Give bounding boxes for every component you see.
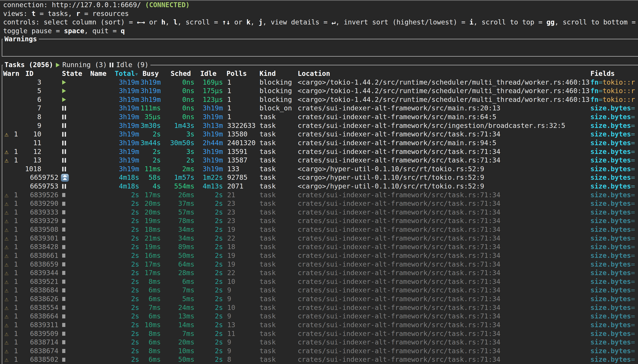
cell-location: crates/sui-indexer-alt-framework/src/tas… <box>298 338 500 347</box>
field-equals: = <box>631 174 635 181</box>
cell-busy-duration: 19ms <box>139 216 161 225</box>
task-row[interactable]: ⚠168393012s21ms34ms2s22taskcrates/sui-in… <box>0 234 638 243</box>
cell-busy-duration: 6ms <box>139 286 161 295</box>
column-header-location[interactable]: Location <box>298 69 330 78</box>
field-key: size.bytes <box>590 174 631 181</box>
task-row[interactable]: 33h19m3h19m0ns169µs1blocking<cargo>/toki… <box>0 78 638 87</box>
task-row[interactable]: ⚠168385542s7ms24ms2s10taskcrates/sui-ind… <box>0 304 638 312</box>
text-segment: connection: http://127.0.0.1:6669/ <box>3 1 145 9</box>
column-header-warn[interactable]: Warn <box>3 69 19 78</box>
column-header-state[interactable]: State <box>62 69 82 78</box>
task-row[interactable]: ⚠168386642s6ms13ms2s9taskcrates/sui-inde… <box>0 312 638 321</box>
task-row[interactable]: ⚠1123h19m2s3s3h19m13591taskcrates/sui-in… <box>0 148 638 156</box>
cell-busy-duration: 3h19m <box>139 78 161 87</box>
task-row[interactable]: 83h19m35µs0ns3h19m1taskcrates/sui-indexe… <box>0 113 638 122</box>
task-row[interactable]: 73h19m111ms0ns3h19m1block_oncrates/sui-i… <box>0 104 638 113</box>
task-row[interactable]: ⚠168395212s8ms6ms2s10taskcrates/sui-inde… <box>0 278 638 286</box>
cell-polls: 19 <box>227 260 235 269</box>
task-id: 6838661 <box>0 251 58 260</box>
task-row[interactable]: 113h19m3m44s30m50s2h44m2401320taskcrates… <box>0 139 638 148</box>
field-key: size.bytes <box>590 104 631 112</box>
cell-idle-duration: 2s <box>195 251 223 260</box>
warnings-title-label: Warnings <box>4 35 37 44</box>
task-id: 6839301 <box>0 234 58 243</box>
cell-kind: blocking <box>260 86 292 96</box>
text-segment: , quit = <box>84 27 121 35</box>
text-segment: gg <box>546 18 554 26</box>
cell-fields: size.bytes= <box>590 260 635 269</box>
field-equals: = <box>631 234 635 242</box>
completed-state-icon <box>62 193 65 197</box>
column-header-id[interactable]: ID <box>25 69 34 78</box>
task-row[interactable]: ⚠168386842s6ms7ms2s9taskcrates/sui-index… <box>0 286 638 295</box>
task-row[interactable]: ⚠168386612s16ms50ms2s19taskcrates/sui-in… <box>0 251 638 260</box>
task-row[interactable]: ⚠168392902s20ms37ms2s23taskcrates/sui-in… <box>0 199 638 208</box>
column-header-idle[interactable]: Idle <box>200 69 216 78</box>
task-row[interactable]: ⚠168395082s18ms34ms2s19taskcrates/sui-in… <box>0 225 638 234</box>
task-row[interactable]: ⚠1103h19m2s3s3h19m13580taskcrates/sui-in… <box>0 130 638 139</box>
task-row[interactable]: 53h19m3h19m0ns175µs1blocking<cargo>/toki… <box>0 86 638 96</box>
task-row[interactable]: ⚠168384282s19ms89ms2s18taskcrates/sui-in… <box>0 242 638 251</box>
task-row[interactable]: 93h19m3m30s1m43s3h13m3322633taskcrates/s… <box>0 122 638 130</box>
cell-total-duration: 2s <box>99 330 139 338</box>
cell-total-duration: 2s <box>99 260 139 269</box>
completed-state-icon <box>62 321 65 330</box>
cell-sched-duration: 0ns <box>161 104 194 113</box>
cell-fields: size.bytes= <box>590 278 635 286</box>
tasks-panel-border-left <box>2 65 2 364</box>
cell-sched-duration: 89ms <box>161 242 194 251</box>
task-row[interactable]: ⚠168395092s8ms7ms2s11taskcrates/sui-inde… <box>0 330 638 338</box>
task-row[interactable]: 10183h19m11ms2ms3h19m133task<cargo>/hype… <box>0 165 638 174</box>
task-row[interactable]: 66597534m18s4s554ms4m13s2071task<cargo>/… <box>0 182 638 191</box>
text-segment: , scroll to bottom = <box>554 18 638 26</box>
task-row[interactable]: ⚠168385022s6ms50ms2s8taskcrates/sui-inde… <box>0 355 638 364</box>
idle-state-icon <box>62 158 66 163</box>
task-row[interactable]: ⚠168386262s6ms5ms2s9taskcrates/sui-index… <box>0 295 638 304</box>
cell-total-duration: 2s <box>99 278 139 286</box>
cell-location: crates/sui-indexer-alt-framework/src/tas… <box>298 208 500 217</box>
field-key: size.bytes <box>590 295 631 303</box>
column-header-busy[interactable]: Busy <box>142 69 159 78</box>
task-row[interactable]: ⚠168393292s19ms78ms2s23taskcrates/sui-in… <box>0 216 638 225</box>
cell-busy-duration: 3m44s <box>139 139 161 148</box>
cell-busy-duration: 17ms <box>139 260 161 269</box>
cell-busy-duration: 17ms <box>139 268 161 278</box>
column-header-kind[interactable]: Kind <box>260 69 276 78</box>
task-row[interactable]: 66597524m18s58s1m57s1m22s92785task<cargo… <box>0 173 638 182</box>
text-segment: or <box>230 18 246 26</box>
cell-kind: task <box>260 216 276 225</box>
task-id: 6838428 <box>0 242 58 251</box>
idle-state-icon <box>62 148 66 156</box>
cell-idle-duration: 2s <box>195 286 223 295</box>
column-header-fields[interactable]: Fields <box>590 69 615 78</box>
field-key: fn <box>590 78 598 86</box>
cell-total-duration: 2s <box>99 208 139 217</box>
task-row[interactable]: ⚠168387142s6ms20ms2s9taskcrates/sui-inde… <box>0 338 638 347</box>
task-row[interactable]: ⚠1133h19m2s2s3h19m13587taskcrates/sui-in… <box>0 156 638 165</box>
column-label: Polls <box>226 70 247 78</box>
cell-kind: task <box>260 286 276 295</box>
field-key: fn <box>590 96 598 104</box>
task-row[interactable]: ⚠168393332s20ms57ms2s23taskcrates/sui-in… <box>0 208 638 217</box>
task-row[interactable]: 63h19m3h19m0ns123µs1blocking<cargo>/toki… <box>0 96 638 104</box>
task-row[interactable]: ⚠168393442s17ms28ms2s22taskcrates/sui-in… <box>0 268 638 278</box>
cell-fields: size.bytes= <box>590 182 635 191</box>
column-header-sched[interactable]: Sched <box>170 69 191 78</box>
cell-idle-duration: 3h13m <box>195 122 223 130</box>
column-header-name[interactable]: Name <box>90 69 106 78</box>
column-header-total[interactable]: Total▿ <box>115 69 138 78</box>
cell-location: crates/sui-indexer-alt-framework/src/ing… <box>298 122 565 130</box>
task-row[interactable]: ⚠168386592s17ms64ms2s19taskcrates/sui-in… <box>0 260 638 269</box>
cell-location: crates/sui-indexer-alt-framework/src/tas… <box>298 148 500 156</box>
task-row[interactable]: ⚠168395262s17ms26ms2s21taskcrates/sui-in… <box>0 191 638 200</box>
text-segment: or <box>145 18 161 26</box>
task-row[interactable]: ⚠168386742s8ms10ms2s9taskcrates/sui-inde… <box>0 347 638 356</box>
cell-kind: task <box>260 199 276 208</box>
completed-state-icon <box>62 199 65 208</box>
running-icon <box>56 63 60 67</box>
task-id: 12 <box>0 148 41 156</box>
cell-busy-duration: 21ms <box>139 234 161 243</box>
task-row[interactable]: ⚠168393112s10ms14ms2s13taskcrates/sui-in… <box>0 321 638 330</box>
column-header-polls[interactable]: Polls <box>226 69 247 78</box>
completed-state-icon <box>62 355 65 364</box>
